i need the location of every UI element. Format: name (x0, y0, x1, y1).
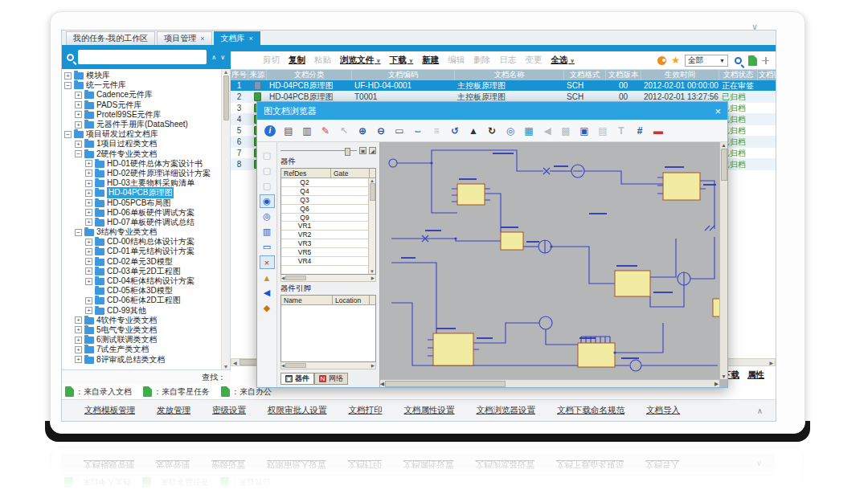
view-undo-icon[interactable]: ↺ (447, 123, 463, 139)
scroll-down-icon[interactable]: ▼ (223, 364, 229, 369)
bottom-link[interactable]: 文档打印 (349, 405, 383, 416)
column-header[interactable]: 文档版本 (606, 70, 641, 80)
toolbar-item[interactable]: 浏览文件 ∨ (340, 55, 381, 66)
close-icon[interactable]: × (714, 106, 721, 116)
expand-icon[interactable]: + (85, 169, 92, 177)
measure-icon[interactable]: ▭ (260, 240, 275, 254)
panel-slider[interactable] (280, 150, 357, 151)
magnify-icon[interactable]: ◎ (260, 210, 275, 223)
tree-search-input[interactable] (78, 50, 207, 64)
panel-pin-icon[interactable]: ▣ (359, 147, 366, 154)
properties-link[interactable]: 属性 (747, 369, 764, 381)
panel-tab-components[interactable]: ▣器件 (280, 373, 314, 385)
panel-tab-nets[interactable]: N网络 (314, 373, 348, 385)
birdseye-icon[interactable]: ◉ (260, 194, 275, 208)
scroll-up-icon[interactable]: ▲ (721, 142, 726, 148)
search-prev-next[interactable]: ∧ ∨ (209, 54, 227, 61)
column-header[interactable]: 文档分类 (267, 70, 352, 80)
tab-1[interactable]: 我的任务-我的工作区 (66, 31, 155, 45)
expand-icon[interactable]: + (75, 141, 82, 148)
zoom-prev-icon[interactable]: ▢ (260, 164, 275, 178)
search-next-icon[interactable]: ∨ (220, 54, 225, 61)
scroll-left-icon[interactable]: ◀ (281, 276, 285, 280)
tab-2[interactable]: 项目管理× (157, 31, 211, 45)
scroll-thumb[interactable] (285, 276, 306, 280)
viewport-icon[interactable]: ▦ (521, 123, 537, 139)
column-header[interactable]: 序号 (231, 70, 248, 80)
bottom-link[interactable]: 文档模板管理 (84, 405, 135, 416)
column-header[interactable]: 生效时间 (641, 70, 719, 80)
expand-icon[interactable]: + (75, 316, 82, 324)
collapse-bottom-chevron-icon[interactable]: ∧ (757, 406, 776, 415)
expand-icon[interactable]: + (85, 297, 92, 304)
pan-up-icon[interactable]: ▲ (465, 123, 481, 139)
zoom-fit-icon[interactable]: ⇔ (410, 123, 426, 139)
bottom-link[interactable]: 文档下载命名规范 (557, 405, 624, 416)
pins-hscrollbar[interactable]: ◀ ▶ (280, 362, 376, 369)
component-row[interactable]: VR4 (281, 257, 375, 266)
expand-icon[interactable]: + (75, 92, 82, 99)
scroll-thumb[interactable] (370, 183, 375, 201)
zoom-in-icon[interactable]: ⊕ (354, 123, 371, 139)
favorite-star-icon[interactable]: ★ (671, 55, 680, 65)
pin-column-header[interactable]: Location (333, 296, 370, 304)
export-doc-icon[interactable] (748, 55, 757, 66)
tab-close-icon[interactable]: × (200, 35, 204, 43)
tree-item[interactable]: +CD-06柜体2D工程图 (64, 296, 230, 305)
component-row[interactable]: Q4 (281, 187, 375, 196)
orbit-icon[interactable]: ↻ (484, 123, 500, 139)
tree-item[interactable]: +Cadence元件库 (64, 90, 230, 100)
scroll-right-icon[interactable]: ▶ (371, 363, 375, 368)
bottom-link[interactable]: 文档属性设置 (404, 405, 455, 416)
tree-item[interactable]: +8评审或总结类文档 (64, 354, 230, 364)
column-header[interactable]: 文档名称 (455, 70, 564, 80)
expand-icon[interactable]: + (75, 346, 82, 353)
scroll-left-icon[interactable]: ◀ (231, 360, 239, 365)
find-icon[interactable]: ◎ (502, 123, 518, 139)
print-icon[interactable]: ▥ (299, 123, 315, 139)
zoom-window-icon[interactable]: ▭ (391, 123, 407, 139)
scroll-up-icon[interactable]: ▲ (223, 69, 229, 75)
viewer-titlebar[interactable]: 图文档浏览器 × (257, 102, 727, 120)
expand-icon[interactable]: + (75, 101, 82, 108)
scroll-left-icon[interactable]: ◀ (281, 363, 285, 368)
expand-view-icon[interactable] (762, 57, 769, 64)
canvas-vscrollbar[interactable]: ▲ ▼ (719, 142, 727, 379)
zoom-out-icon[interactable]: ⊖ (373, 123, 389, 139)
component-row[interactable]: Q2 (281, 178, 375, 187)
component-row[interactable]: VR2 (281, 231, 375, 239)
delete-markup-icon[interactable]: × (260, 255, 275, 269)
column-header[interactable]: 文档格式 (564, 70, 606, 80)
collapse-icon[interactable]: − (75, 229, 82, 236)
scroll-thumb[interactable] (721, 149, 727, 181)
flag-next-icon[interactable]: ◆ (260, 301, 275, 315)
bottom-link[interactable]: 文档导入 (646, 405, 680, 416)
expand-icon[interactable]: + (85, 258, 92, 265)
bottom-link[interactable]: 文档浏览器设置 (477, 405, 536, 416)
collapse-icon[interactable]: − (64, 131, 72, 138)
filter-select[interactable]: 全部 ▼ (685, 55, 728, 67)
column-header[interactable]: 文档编码 (352, 70, 455, 80)
alert-icon[interactable]: ▲ (260, 271, 275, 284)
compare-icon[interactable]: ▬ (650, 123, 666, 139)
tab-3[interactable]: 文档库× (214, 31, 260, 45)
toolbar-item[interactable]: 新建 (422, 55, 439, 66)
scroll-left-icon[interactable]: ◀ (380, 381, 384, 387)
scroll-right-icon[interactable]: ▶ (371, 276, 375, 280)
expand-icon[interactable]: + (85, 239, 92, 246)
pan-tool-icon[interactable]: ▢ (260, 149, 275, 162)
toolbar-item[interactable]: 复制 (289, 55, 305, 66)
toolbar-item[interactable]: 全选 ∨ (551, 55, 575, 66)
component-row[interactable]: Q9 (281, 214, 375, 222)
tab-close-icon[interactable]: × (249, 35, 253, 43)
component-row[interactable]: Q3 (281, 196, 375, 205)
column-header[interactable]: 文档状态 (719, 70, 758, 80)
expand-icon[interactable]: + (85, 278, 92, 285)
toolbar-item[interactable]: 下载 ∨ (390, 55, 414, 66)
column-header[interactable]: 来源 (248, 70, 267, 80)
scroll-right-icon[interactable]: ▶ (768, 360, 775, 365)
expand-icon[interactable]: + (75, 356, 82, 363)
layers-side-icon[interactable]: ▥ (260, 225, 275, 239)
scroll-thumb[interactable] (385, 381, 506, 387)
expand-icon[interactable]: + (85, 190, 92, 197)
